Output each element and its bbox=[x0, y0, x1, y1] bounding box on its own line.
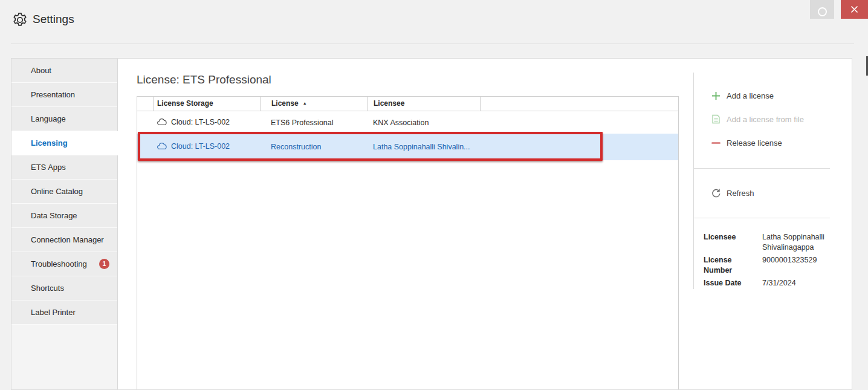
licensee-cell: KNX Association bbox=[367, 119, 480, 127]
minus-icon bbox=[711, 138, 721, 148]
close-button[interactable] bbox=[841, 0, 868, 19]
titlebar: Settings bbox=[0, 0, 868, 44]
sidebar-item-ets-apps[interactable]: ETS Apps bbox=[11, 155, 117, 180]
license-details: Licensee Latha Soppinahalli Shivalinagap… bbox=[704, 232, 835, 291]
license-storage-text: Cloud: LT-LS-002 bbox=[171, 118, 230, 126]
cloud-icon bbox=[157, 118, 167, 128]
settings-content: About Presentation Language Licensing ET… bbox=[11, 58, 852, 390]
table-row-selected[interactable]: Cloud: LT-LS-002 Reconstruction Latha So… bbox=[137, 134, 678, 160]
sidebar-item-label-printer[interactable]: Label Printer bbox=[11, 301, 117, 325]
circle-icon bbox=[818, 7, 827, 16]
license-storage-text: Cloud: LT-LS-002 bbox=[171, 142, 230, 151]
refresh-label: Refresh bbox=[727, 189, 754, 198]
add-license-from-file-label: Add a license from file bbox=[727, 115, 804, 124]
column-header-license-storage[interactable]: License Storage bbox=[153, 97, 260, 111]
sidebar-item-online-catalog[interactable]: Online Catalog bbox=[11, 180, 117, 204]
sidebar-item-shortcuts[interactable]: Shortcuts bbox=[11, 276, 117, 301]
sidebar-item-connection-manager[interactable]: Connection Manager bbox=[11, 228, 117, 252]
detail-row-issue-date: Issue Date 7/31/2024 bbox=[704, 278, 835, 288]
licensee-value: Latha Soppinahalli Shivalinagappa bbox=[762, 232, 835, 253]
column-header-license-label: License bbox=[271, 99, 299, 108]
column-header-licensee[interactable]: Licensee bbox=[367, 97, 480, 111]
issue-date-value: 7/31/2024 bbox=[762, 278, 835, 288]
table-header-spacer bbox=[137, 97, 153, 111]
titlebar-divider bbox=[11, 44, 854, 44]
titlebar-circle-button[interactable] bbox=[810, 0, 834, 19]
license-number-label: License Number bbox=[704, 255, 762, 276]
sidebar-item-licensing[interactable]: Licensing bbox=[11, 131, 118, 155]
gear-icon bbox=[11, 11, 28, 28]
sidebar-item-troubleshooting[interactable]: Troubleshooting 1 bbox=[11, 252, 117, 276]
add-license-label: Add a license bbox=[727, 91, 774, 100]
release-license-label: Release license bbox=[727, 138, 782, 148]
sort-ascending-icon: ▲ bbox=[303, 101, 307, 105]
licensee-label: Licensee bbox=[704, 232, 762, 253]
file-icon bbox=[711, 114, 721, 125]
plus-icon bbox=[711, 91, 721, 101]
refresh-button[interactable]: Refresh bbox=[711, 186, 754, 200]
sidebar-item-presentation[interactable]: Presentation bbox=[11, 83, 117, 107]
table-row[interactable]: Cloud: LT-LS-002 ETS6 Professional KNX A… bbox=[137, 111, 678, 134]
refresh-icon bbox=[711, 188, 721, 198]
window-title: Settings bbox=[33, 13, 74, 26]
add-license-from-file-button[interactable]: Add a license from file bbox=[711, 112, 804, 126]
close-icon bbox=[850, 5, 858, 13]
license-cell: ETS6 Professional bbox=[260, 119, 367, 127]
sidebar-item-about[interactable]: About bbox=[11, 59, 117, 83]
page-title: License: ETS Professional bbox=[137, 73, 271, 86]
license-storage-cell: Cloud: LT-LS-002 bbox=[153, 118, 260, 128]
add-license-button[interactable]: Add a license bbox=[711, 88, 774, 103]
notification-badge: 1 bbox=[99, 259, 109, 269]
sidebar-item-language[interactable]: Language bbox=[11, 107, 117, 131]
settings-sidebar: About Presentation Language Licensing ET… bbox=[11, 59, 118, 390]
panel-divider bbox=[694, 218, 830, 218]
column-header-license[interactable]: License▲ bbox=[260, 97, 367, 111]
detail-row-license-number: License Number 9000001323529 bbox=[704, 255, 835, 276]
sidebar-item-label: Troubleshooting bbox=[31, 259, 87, 268]
panel-divider-vertical bbox=[693, 73, 694, 289]
licensee-cell: Latha Soppinahalli Shivalin... bbox=[367, 143, 480, 151]
panel-divider bbox=[694, 168, 830, 169]
issue-date-label: Issue Date bbox=[704, 278, 762, 288]
sidebar-item-data-storage[interactable]: Data Storage bbox=[11, 204, 117, 228]
column-header-empty bbox=[480, 97, 678, 111]
table-header: License Storage License▲ Licensee bbox=[137, 97, 678, 111]
detail-row-licensee: Licensee Latha Soppinahalli Shivalinagap… bbox=[704, 232, 835, 253]
license-table: License Storage License▲ Licensee Cloud:… bbox=[137, 96, 679, 390]
release-license-button[interactable]: Release license bbox=[711, 135, 782, 150]
license-cell: Reconstruction bbox=[260, 143, 367, 151]
license-storage-cell: Cloud: LT-LS-002 bbox=[153, 142, 260, 152]
license-number-value: 9000001323529 bbox=[762, 255, 835, 276]
cloud-icon bbox=[157, 142, 167, 152]
